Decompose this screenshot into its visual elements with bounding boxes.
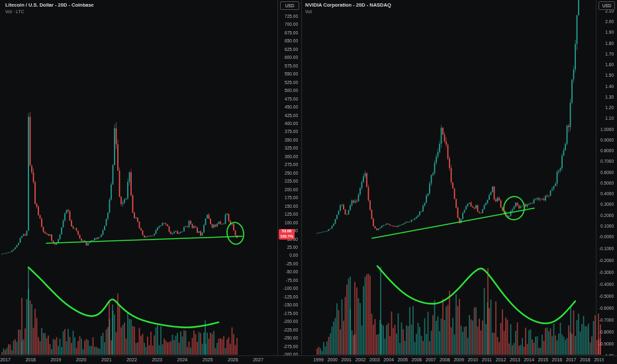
price-tick-label: 0.7000 [596,159,614,163]
year-tick-label: 2002 [356,357,366,362]
price-tick-label: 1.40 [596,83,614,88]
year-tick-label: 2024 [177,357,188,362]
price-tick-label: 0.3000 [596,202,614,206]
price-tick-label: 450.00 [278,105,298,109]
year-tick-label: 2003 [369,357,380,362]
price-tick-label: -0.9000 [596,341,614,346]
price-tick-label: -0.5000 [596,294,614,298]
price-tick-label: 425.00 [278,113,298,117]
price-tick-label: 0.2000 [596,212,614,217]
price-tick-label: 650.00 [278,38,298,43]
left-currency-chip[interactable]: USD [280,1,299,10]
price-tick-label: -50.00 [278,269,298,274]
year-tick-label: 2009 [453,357,464,362]
price-tick-label: 0.4000 [596,191,614,196]
year-tick-label: 2008 [440,357,450,362]
price-tick-label: 1.80 [596,40,614,45]
price-tick-label: 675.00 [278,30,298,34]
year-tick-label: 2011 [482,357,492,362]
price-tick-label: 700.00 [278,22,298,26]
year-tick-label: 2027 [253,357,263,362]
price-tick-label: 2.00 [596,19,614,24]
price-tick-label: 1.60 [596,62,614,67]
year-tick-label: 2006 [412,357,422,362]
year-tick-label: 2026 [228,357,238,362]
price-tick-label: 600.00 [278,55,298,60]
price-tick-label: 375.00 [278,129,298,134]
price-tick-label: 150.00 [278,203,298,208]
price-tick-label: 625.00 [278,46,298,51]
year-tick-label: 1999 [313,357,324,362]
price-tick-label: 725.00 [278,13,298,18]
price-tick-label: 0.5000 [596,180,614,185]
last-price-label: 53.68 150.7% [279,229,295,240]
year-tick-label: 2017 [566,357,577,362]
right-time-axis[interactable]: 1999200020012002200320042005200620072008… [301,356,604,364]
year-tick-label: 2017 [0,357,11,362]
year-tick-label: 2023 [152,357,162,362]
price-tick-label: 0.8000 [596,148,614,153]
year-tick-label: 2020 [76,357,87,362]
price-tick-label: 125.00 [278,212,298,216]
year-tick-label: 2025 [203,357,213,362]
price-tick-label: -0.0000 [596,234,614,239]
price-tick-label: -125.00 [278,294,298,298]
year-tick-label: 2018 [580,357,591,362]
price-tick-label: -200.00 [278,319,298,324]
price-tick-label: 1.10 [596,116,614,120]
price-tick-label: 300.00 [278,154,298,158]
price-tick-label: 1.90 [596,30,614,34]
year-tick-label: 2001 [342,357,352,362]
price-tick-label: 250.00 [278,170,298,175]
price-tick-label: 1.20 [596,105,614,110]
price-tick-label: 1.50 [596,73,614,77]
price-tick-label: 0.00 [278,253,298,257]
price-tick-label: -250.00 [278,336,298,340]
year-tick-label: 2012 [496,357,506,362]
price-tick-label: 525.00 [278,79,298,84]
year-tick-label: 2013 [510,357,520,362]
price-tick-label: -0.8000 [596,330,614,334]
price-tick-label: -100.00 [278,286,298,291]
last-price-value: 53.68 [279,229,295,234]
year-tick-label: 2019 [51,357,62,362]
price-tick-label: 225.00 [278,179,298,183]
price-tick-label: 0.1000 [596,223,614,228]
price-tick-label: 500.00 [278,88,298,93]
charts-canvas[interactable] [0,0,617,364]
year-tick-label: 2000 [327,357,338,362]
price-tick-label: 175.00 [278,195,298,200]
price-tick-label: -175.00 [278,310,298,315]
right-price-axis[interactable]: USD 2.102.001.901.801.701.601.501.401.30… [596,0,617,355]
year-tick-label: 2016 [552,357,563,362]
price-tick-label: -0.3000 [596,270,614,275]
year-tick-label: 2022 [126,357,137,362]
price-tick-label: -75.00 [278,277,298,282]
price-tick-label: 275.00 [278,162,298,167]
price-tick-label: 0.6000 [596,169,614,174]
year-tick-label: 2007 [426,357,436,362]
year-tick-label: 2005 [397,357,408,362]
year-tick-label: 2010 [467,357,478,362]
price-tick-label: 100.00 [278,220,298,224]
price-tick-label: -225.00 [278,327,298,332]
year-tick-label: 2014 [524,357,534,362]
year-tick-label: 2019 [594,357,604,362]
left-price-axis[interactable]: USD 53.68 150.7% 750.00725.00700.00675.0… [277,0,302,355]
year-tick-label: 2018 [25,357,36,362]
price-tick-label: -0.2000 [596,258,614,263]
price-tick-label: 200.00 [278,187,298,191]
price-tick-label: 575.00 [278,63,298,68]
price-tick-label: 1.30 [596,94,614,99]
price-tick-label: 475.00 [278,96,298,101]
price-tick-label: 325.00 [278,146,298,150]
price-tick-label: 1.70 [596,51,614,56]
last-price-change: 150.7% [279,234,295,240]
price-tick-label: -275.00 [278,343,298,348]
right-currency-chip[interactable]: USD [598,1,615,10]
price-tick-label: -0.4000 [596,282,614,287]
time-axis[interactable]: 2017201820192020202120222023202420252026… [0,355,617,364]
left-time-axis[interactable]: 2017201820192020202120222023202420252026… [0,356,302,364]
price-tick-label: 25.00 [278,244,298,249]
price-tick-label: 550.00 [278,71,298,76]
